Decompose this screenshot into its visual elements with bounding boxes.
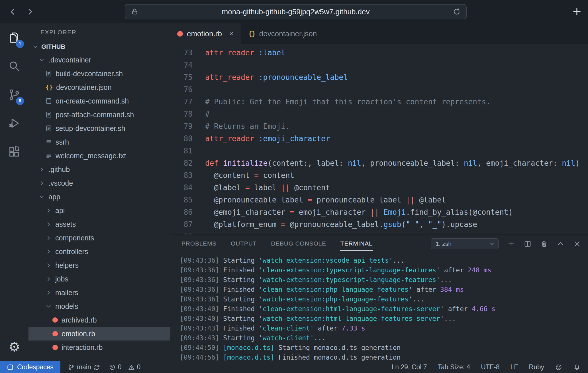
tree-root-github[interactable]: GITHUB [28, 40, 170, 53]
tree-item-emotion-rb[interactable]: emotion.rb [28, 327, 170, 340]
line-number: 81 [174, 145, 193, 157]
json-icon: {} [46, 84, 52, 91]
notifications-bell-icon[interactable] [573, 364, 581, 371]
code-line[interactable]: 84 @label = label || @content [170, 182, 588, 194]
status-bar: Codespaces main 0 0 Ln 29, Col 7 Tab Siz… [0, 361, 588, 373]
encoding[interactable]: UTF-8 [481, 363, 499, 371]
code-line[interactable]: 78# [170, 108, 588, 120]
code-line[interactable]: 81 [170, 145, 588, 157]
tree-item-models[interactable]: models [28, 299, 170, 313]
code-editor[interactable]: 73attr_reader :label7475attr_reader :pro… [170, 44, 588, 234]
panel-tabs: PROBLEMSOUTPUTDEBUG CONSOLETERMINAL [181, 237, 373, 251]
tree-item-label: .github [48, 165, 70, 174]
maximize-panel-icon[interactable] [557, 240, 565, 248]
tree-item--devcontainer[interactable]: .devcontainer [28, 53, 170, 67]
activity-extensions[interactable] [0, 137, 28, 166]
activity-source-control[interactable]: 8 [0, 80, 28, 109]
tree-item-controllers[interactable]: controllers [28, 245, 170, 258]
tab-emotion-rb[interactable]: emotion.rb [170, 23, 242, 44]
tree-item-label: setup-devcontainer.sh [56, 124, 125, 133]
tree-item-api[interactable]: api [28, 204, 170, 217]
warning-count: 0 [137, 363, 141, 371]
tree-item-label: post-attach-command.sh [56, 111, 134, 119]
panel-controls: 1: zsh [431, 238, 581, 249]
eol-sequence[interactable]: LF [510, 363, 518, 371]
tree-item-label: .vscode [48, 179, 73, 187]
panel-tab-problems[interactable]: PROBLEMS [181, 237, 217, 251]
tab-label: emotion.rb [187, 29, 222, 38]
code-line[interactable]: 77# Public: Get the Emoji that this reac… [170, 96, 588, 108]
refresh-icon[interactable] [453, 8, 460, 15]
codespaces-remote-button[interactable]: Codespaces [0, 361, 60, 373]
tree-item-post-attach-command-sh[interactable]: post-attach-command.sh [28, 108, 170, 121]
tree-item-label: api [55, 206, 65, 215]
code-line[interactable]: 76 [170, 84, 588, 96]
url-text: mona-github-github-g59jpq2w5w7.github.de… [138, 7, 453, 16]
close-icon[interactable] [228, 31, 234, 37]
panel-tab-output[interactable]: OUTPUT [230, 237, 257, 251]
tree-item-label: welcome_message.txt [56, 152, 126, 160]
terminal-line: [09:43:36] Starting 'watch-extension:php… [180, 294, 588, 304]
code-line[interactable]: 74 [170, 59, 588, 71]
url-bar[interactable]: mona-github-github-g59jpq2w5w7.github.de… [125, 4, 467, 19]
chevron-right-icon [39, 180, 45, 186]
terminal-output[interactable]: [09:43:36] Starting 'watch-extension:vsc… [170, 253, 588, 361]
tree-item-welcome-message-txt[interactable]: welcome_message.txt [28, 149, 170, 163]
forward-icon[interactable] [26, 7, 34, 16]
code-line[interactable]: 82def initialize(content:, label: nil, p… [170, 157, 588, 169]
back-icon[interactable] [9, 7, 17, 16]
code-line[interactable]: 75attr_reader :pronounceable_label [170, 71, 588, 84]
chevron-right-icon [46, 249, 52, 255]
tree-item-label: .devcontainer [48, 56, 91, 64]
indentation[interactable]: Tab Size: 4 [438, 363, 470, 371]
code-line[interactable]: 79# Returns an Emoji. [170, 120, 588, 133]
tree-item-mailers[interactable]: mailers [28, 286, 170, 299]
tree-item-assets[interactable]: assets [28, 217, 170, 231]
codespaces-label: Codespaces [17, 363, 54, 371]
feedback-smiley-icon[interactable] [555, 364, 562, 371]
tree-item-on-create-command-sh[interactable]: on-create-command.sh [28, 94, 170, 108]
activity-search[interactable] [0, 52, 28, 80]
new-tab-icon[interactable] [572, 7, 582, 17]
code-line[interactable]: 73attr_reader :label [170, 47, 588, 59]
tree-item-setup-devcontainer-sh[interactable]: setup-devcontainer.sh [28, 121, 170, 135]
close-panel-icon[interactable] [573, 240, 581, 248]
code-line[interactable]: 87 @platform_enum = @pronounceable_label… [170, 218, 588, 231]
branch-icon [68, 364, 75, 371]
activity-run-debug[interactable] [0, 109, 28, 137]
extensions-icon [8, 145, 21, 158]
terminal-shell-select[interactable]: 1: zsh [431, 238, 499, 249]
tree-item-archived-rb[interactable]: archived.rb [28, 313, 170, 327]
code-line[interactable]: 80attr_reader :emoji_character [170, 133, 588, 145]
line-number: 74 [174, 59, 193, 71]
tree-item-label: models [55, 302, 78, 311]
branch-indicator[interactable]: main [68, 363, 100, 371]
tree-item-devcontainer-json[interactable]: {}devcontainer.json [28, 80, 170, 94]
split-terminal-icon[interactable] [524, 240, 532, 248]
activity-settings[interactable]: ⚙ [0, 333, 28, 361]
tree-item-app[interactable]: app [28, 190, 170, 204]
tree-item-build-devcontainer-sh[interactable]: build-devcontainer.sh [28, 67, 170, 80]
tree-item-helpers[interactable]: helpers [28, 258, 170, 272]
new-terminal-icon[interactable] [507, 240, 515, 248]
code-line[interactable]: 86 @emoji_character = emoji_character ||… [170, 206, 588, 218]
panel-tab-debug-console[interactable]: DEBUG CONSOLE [270, 237, 327, 251]
problems-indicator[interactable]: 0 0 [109, 363, 141, 371]
tree-item--github[interactable]: .github [28, 163, 170, 176]
tree-item--vscode[interactable]: .vscode [28, 176, 170, 190]
file-tree: .devcontainerbuild-devcontainer.sh{}devc… [28, 53, 170, 354]
cursor-position[interactable]: Ln 29, Col 7 [391, 363, 427, 371]
tree-item-components[interactable]: components [28, 231, 170, 245]
chevron-right-icon [46, 290, 52, 296]
language-mode[interactable]: Ruby [529, 363, 544, 371]
code-line[interactable]: 83 @content = content [170, 169, 588, 182]
kill-terminal-icon[interactable] [540, 240, 548, 248]
panel-tab-terminal[interactable]: TERMINAL [340, 237, 373, 251]
tree-item-jobs[interactable]: jobs [28, 272, 170, 286]
activity-explorer[interactable]: 1 [0, 23, 28, 52]
tree-item-ssrh[interactable]: ssrh [28, 135, 170, 149]
code-line[interactable]: 85 @pronounceable_label = pronounceable_… [170, 194, 588, 206]
tree-item-interaction-rb[interactable]: interaction.rb [28, 340, 170, 354]
code-line[interactable]: 88 [170, 231, 588, 234]
tab-devcontainer-json[interactable]: {} devcontainer.json [242, 23, 324, 44]
